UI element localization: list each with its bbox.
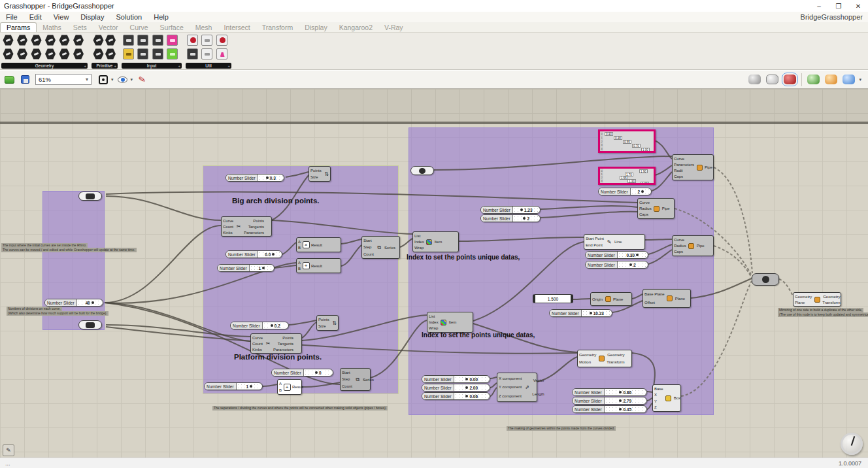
- scribble-big-arch[interactable]: Big arch division points.: [232, 197, 320, 205]
- menu-edit[interactable]: Edit: [24, 13, 48, 21]
- save-file-button[interactable]: [18, 73, 31, 86]
- slider-platform-size[interactable]: Number Slider 0.2: [230, 322, 289, 329]
- tab-sets[interactable]: Sets: [67, 23, 93, 32]
- grasshopper-canvas[interactable]: Number Slider 40 The input where the ini…: [0, 89, 868, 458]
- tab-curve[interactable]: Curve: [124, 23, 154, 32]
- mirror-component[interactable]: GeometryPlane GeometryTransform: [793, 292, 841, 307]
- slider-add-a[interactable]: Number Slider 1: [217, 264, 275, 272]
- preview-mesh-quality-button[interactable]: [843, 75, 855, 84]
- open-file-button[interactable]: [3, 73, 16, 86]
- slider-pipe3-radius[interactable]: Number Slider 0.30: [585, 251, 648, 259]
- only-draw-selected-button[interactable]: [807, 75, 820, 84]
- panel-radii[interactable]: 01234 1.90 1.70 1.55 1.30 1.00: [598, 167, 656, 185]
- button-icon[interactable]: [137, 35, 148, 46]
- slider-box-y[interactable]: Number Slider 2.79: [572, 397, 647, 405]
- tab-vray[interactable]: V-Ray: [378, 23, 409, 32]
- tab-maths[interactable]: Maths: [37, 23, 67, 32]
- slider-box-x[interactable]: Number Slider 0.86: [572, 388, 647, 396]
- annotation-divisions[interactable]: Numbers of divisions on each curve, (Whi…: [7, 307, 108, 316]
- surface-param-icon[interactable]: [73, 35, 84, 46]
- curve-relay-param[interactable]: [410, 166, 434, 175]
- slider-pipe2-radius[interactable]: Number Slider 1.23: [480, 206, 541, 214]
- preview-caret[interactable]: ▾: [131, 77, 133, 82]
- plane-param-icon[interactable]: [59, 35, 70, 46]
- primitive-group-label[interactable]: Primitive+: [92, 63, 118, 69]
- slider-pipe1-caps[interactable]: Number Slider 2: [598, 188, 652, 195]
- tab-mesh[interactable]: Mesh: [190, 23, 218, 32]
- slider-multiply-a[interactable]: Number Slider 0.0: [225, 250, 282, 258]
- value-list-icon[interactable]: [152, 48, 163, 59]
- slider-series-start[interactable]: Number Slider 0: [271, 369, 333, 376]
- geometry-group-label[interactable]: Geometry+: [1, 63, 88, 69]
- panel-icon[interactable]: [167, 35, 178, 46]
- scribble-platform[interactable]: Platform division points.: [234, 353, 322, 361]
- point-param-icon[interactable]: [59, 48, 70, 59]
- menu-file[interactable]: File: [0, 13, 24, 21]
- zoom-extents-button[interactable]: [97, 73, 110, 86]
- plane-offset-component[interactable]: Base PlaneOffset Plane: [643, 289, 691, 308]
- point-list-component-2[interactable]: PointsSize ⇅: [316, 315, 339, 331]
- number-slider-icon[interactable]: [123, 35, 134, 46]
- galapagos-flask-icon[interactable]: [216, 48, 227, 59]
- series-component-2[interactable]: StartStepCount ⧉ Series: [340, 368, 371, 391]
- list-item-component-1[interactable]: ListIndexWrap Item: [412, 231, 459, 252]
- number-param-icon[interactable]: [105, 35, 116, 46]
- slider-knob[interactable]: [92, 301, 94, 304]
- integer-param-icon[interactable]: [93, 48, 104, 59]
- tab-kangaroo2[interactable]: Kangaroo2: [333, 23, 378, 32]
- restore-button[interactable]: ❐: [829, 3, 848, 10]
- pipe-component-2[interactable]: CurveRadiusCaps Pipe: [672, 235, 714, 256]
- data-dam-icon[interactable]: [187, 48, 198, 59]
- mdslider-icon[interactable]: [152, 35, 163, 46]
- box-param-icon[interactable]: [3, 35, 14, 46]
- mesh-quality-caret[interactable]: ▾: [859, 77, 861, 82]
- line-param-icon[interactable]: [45, 35, 56, 46]
- merge-param[interactable]: [752, 273, 779, 286]
- menu-help[interactable]: Help: [148, 13, 175, 21]
- box-component[interactable]: BaseXYZ Box: [652, 384, 681, 412]
- slider-add-b[interactable]: Number Slider 1: [204, 382, 263, 390]
- geometry-param-icon[interactable]: [31, 35, 42, 46]
- menu-view[interactable]: View: [48, 13, 75, 21]
- brep-param-icon[interactable]: [3, 48, 14, 59]
- slider-divisions[interactable]: Number Slider 40: [44, 299, 103, 307]
- curve-param-top[interactable]: [78, 192, 102, 201]
- menu-display[interactable]: Display: [75, 13, 110, 21]
- group-geometry-build[interactable]: [409, 127, 714, 415]
- pipe-variable-component[interactable]: CurveParametersRadiiCaps Pipe: [672, 154, 714, 180]
- divide-curve-component-1[interactable]: CurveCountKinks ✂ PointsTangentsParamete…: [221, 216, 272, 237]
- scribble-index-note-2[interactable]: Index to set the points unique datas,: [422, 331, 535, 339]
- text-param-icon[interactable]: [105, 48, 116, 59]
- annotation-geometries[interactable]: The making of geometries within the poin…: [507, 426, 616, 431]
- knob-icon[interactable]: [137, 48, 148, 59]
- slider-plane-offset[interactable]: Number Slider 10.23: [549, 309, 612, 317]
- list-item-component-2[interactable]: ListIndexWrap Item: [427, 312, 473, 333]
- scribble-index-note-1[interactable]: Index to set the points unique datas,: [407, 254, 520, 261]
- sketch-tool-button[interactable]: ✎: [135, 73, 148, 86]
- addition-component-1[interactable]: AB + Result: [296, 258, 341, 273]
- annotation-mirroring[interactable]: Mirroring of one side to build a duplica…: [778, 308, 868, 317]
- addition-component-2[interactable]: AB + Result: [277, 379, 302, 395]
- slider-box-z[interactable]: Number Slider 0.45: [572, 405, 647, 413]
- tab-intersect[interactable]: Intersect: [218, 23, 256, 32]
- no-preview-button[interactable]: [748, 75, 761, 84]
- pipe-component-1[interactable]: CurveRadiusCaps Pipe: [637, 198, 675, 219]
- slider-pipe3-caps[interactable]: Number Slider 2: [585, 261, 648, 269]
- shaded-preview-button[interactable]: [784, 75, 796, 84]
- curve-param-bottom[interactable]: [78, 320, 102, 329]
- panel-origin-value[interactable]: 1.500: [533, 294, 573, 303]
- series-component-1[interactable]: StartStepCount ⧉ Series: [361, 236, 400, 259]
- cherry-picker-icon[interactable]: [187, 35, 198, 46]
- cluster-icon[interactable]: [216, 35, 227, 46]
- wireframe-preview-button[interactable]: [766, 75, 778, 84]
- tab-transform[interactable]: Transform: [256, 23, 299, 32]
- point-list-component-1[interactable]: PointsSize ⇅: [309, 166, 331, 182]
- panel-parameters[interactable]: 01234 0.40 0.48 0.55 0.70 1.00: [598, 129, 656, 153]
- annotation-initial-curves[interactable]: The input where the initial curves are s…: [1, 243, 137, 252]
- compass-widget[interactable]: [841, 433, 863, 455]
- zoom-extents-caret[interactable]: ▾: [111, 77, 114, 82]
- annotation-separations[interactable]: The seperations / dividing the curves an…: [212, 406, 388, 410]
- zoom-level-dropdown[interactable]: 61%▾: [35, 74, 92, 85]
- line-component[interactable]: Start PointEnd Point ✎ Line: [584, 234, 645, 250]
- vector-xyz-component[interactable]: X componentY componentZ component ⇗ Vect…: [497, 373, 537, 402]
